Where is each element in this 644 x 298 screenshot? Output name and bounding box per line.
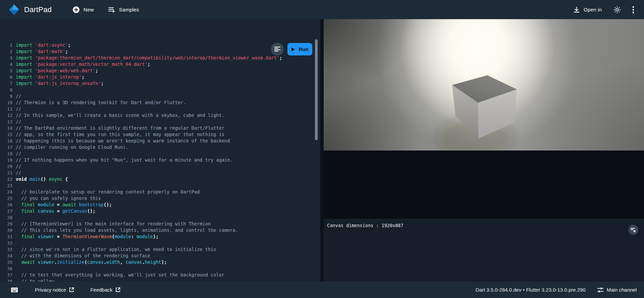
code-token: [27, 176, 30, 182]
code-token: (): [41, 176, 46, 182]
code-token: 'package:vector_math/vector_math_64.dart…: [35, 61, 148, 67]
code-line: 5import 'package:web/web.dart';: [0, 68, 320, 74]
code-token: 'dart:math': [35, 49, 65, 54]
line-number: 10: [0, 99, 16, 106]
code-token: ;: [65, 49, 68, 54]
new-button[interactable]: New: [69, 3, 97, 16]
keyboard-shortcuts-button[interactable]: [8, 285, 21, 295]
channel-selector-button[interactable]: Main channel: [594, 285, 639, 295]
code-line: 12// In this sample, we'll create a basi…: [0, 112, 320, 119]
code-token: module: [38, 202, 54, 207]
code-token: canvas: [125, 259, 142, 265]
code-token: // boilerplate to setup our rendering co…: [16, 189, 200, 195]
code-line: 8: [0, 87, 320, 93]
code-token: .: [104, 259, 106, 265]
kebab-menu-icon: [632, 6, 634, 14]
line-number: 13: [0, 119, 16, 125]
code-token: ;: [82, 74, 84, 80]
feedback-label: Feedback: [90, 287, 112, 293]
code-token: import: [16, 81, 32, 86]
code-token: // since we're not in a Flutter applicat…: [16, 247, 216, 252]
feedback-link[interactable]: Feedback: [88, 285, 123, 295]
code-token: import: [16, 74, 32, 80]
editor-scrollbar[interactable]: [315, 39, 318, 140]
code-token: initialize: [57, 259, 85, 265]
console-output: Canvas dimensions : 644x298: [327, 223, 404, 228]
dartpad-logo-icon[interactable]: [8, 4, 20, 15]
code-token: // Thermion is a 3D rendering toolkit fo…: [16, 100, 186, 105]
code-line: 15// app, so the first time you run this…: [0, 131, 320, 138]
line-number: 30: [0, 227, 16, 233]
code-line: 26 final module = await bootstrap();: [0, 202, 320, 208]
code-lines: 1import 'dart:async';2import 'dart:math'…: [0, 42, 320, 282]
code-token: (: [85, 259, 87, 265]
code-editor[interactable]: 1import 'dart:async';2import 'dart:math'…: [0, 19, 320, 282]
line-number: 36: [0, 265, 16, 272]
code-token: // with the dimensions of the rendering …: [16, 253, 150, 258]
code-token: );: [161, 259, 167, 265]
code-token: =: [54, 208, 63, 214]
code-token: // The DartPad environment is slightly d…: [16, 125, 224, 131]
output-spacer: [324, 151, 644, 218]
code-token: // If nothing happens when you hit "Run"…: [16, 157, 233, 163]
code-token: module: [137, 234, 153, 239]
open-in-label: Open in: [584, 7, 602, 12]
code-line: 22void main() async {: [0, 176, 320, 182]
code-token: viewer: [38, 259, 54, 265]
code-token: ;: [68, 42, 71, 48]
samples-button[interactable]: Samples: [105, 4, 143, 16]
code-token: //: [16, 170, 21, 175]
code-line: 23: [0, 182, 320, 189]
code-token: // to yellow: [16, 279, 54, 282]
privacy-notice-link[interactable]: Privacy notice: [32, 285, 77, 295]
line-number: 1: [0, 42, 16, 48]
code-token: // compiler running on Google Cloud Run)…: [16, 144, 128, 150]
render-canvas[interactable]: [324, 19, 644, 151]
code-line: 4import 'package:vector_math/vector_math…: [0, 61, 320, 68]
code-token: ;: [101, 81, 104, 86]
clear-console-button[interactable]: [628, 225, 638, 235]
line-number: 22: [0, 176, 16, 182]
line-number: 19: [0, 157, 16, 163]
code-line: 37 // to test that everything is working…: [0, 272, 320, 278]
format-button[interactable]: [271, 43, 284, 55]
code-token: );: [153, 234, 158, 239]
code-token: ThermionViewerWasm: [62, 234, 112, 239]
code-line: 28: [0, 214, 320, 221]
code-line: 3import 'package:thermion_dart/thermion_…: [0, 55, 320, 61]
line-number: 32: [0, 240, 16, 246]
playlist-add-icon: [108, 6, 115, 13]
code-token: .: [54, 259, 57, 265]
open-in-button[interactable]: Open in: [570, 4, 605, 16]
tune-icon: [597, 287, 604, 293]
line-number: 23: [0, 182, 16, 189]
theme-toggle-button[interactable]: [610, 3, 624, 16]
run-button[interactable]: Run: [287, 43, 312, 55]
overflow-menu-button[interactable]: [627, 3, 640, 16]
samples-label: Samples: [119, 7, 139, 12]
code-token: // In this sample, we'll create a basic …: [16, 113, 224, 118]
code-token: width: [106, 259, 120, 265]
code-token: ();: [104, 202, 112, 207]
code-token: height: [145, 259, 161, 265]
code-line: 13//: [0, 119, 320, 125]
code-line: 33 // since we're not in a Flutter appli…: [0, 246, 320, 253]
code-token: await: [21, 259, 35, 265]
code-line: 31 final viewer = ThermionViewerWasm(mod…: [0, 233, 320, 240]
code-line: 16// happening (this is because we aren'…: [0, 138, 320, 144]
code-token: import: [16, 61, 32, 67]
code-token: //: [16, 93, 21, 99]
code-token: =: [54, 202, 63, 207]
line-number: 3: [0, 55, 16, 61]
code-token: //: [16, 164, 21, 169]
code-token: // [ThermionViewer] is the main interfac…: [16, 221, 211, 226]
code-line: 30 // This class lets you load assets, l…: [0, 227, 320, 233]
keyboard-icon: [11, 287, 18, 293]
code-token: // happening (this is because we aren't …: [16, 138, 230, 143]
code-token: getCanvas: [62, 208, 87, 214]
app-header: DartPad New Samples Open in: [0, 0, 644, 19]
code-token: canvas: [38, 208, 54, 214]
code-token: //: [16, 119, 21, 124]
output-pane: Canvas dimensions : 644x298: [324, 19, 644, 282]
code-line: 7import 'dart:js_interop_unsafe';: [0, 80, 320, 87]
